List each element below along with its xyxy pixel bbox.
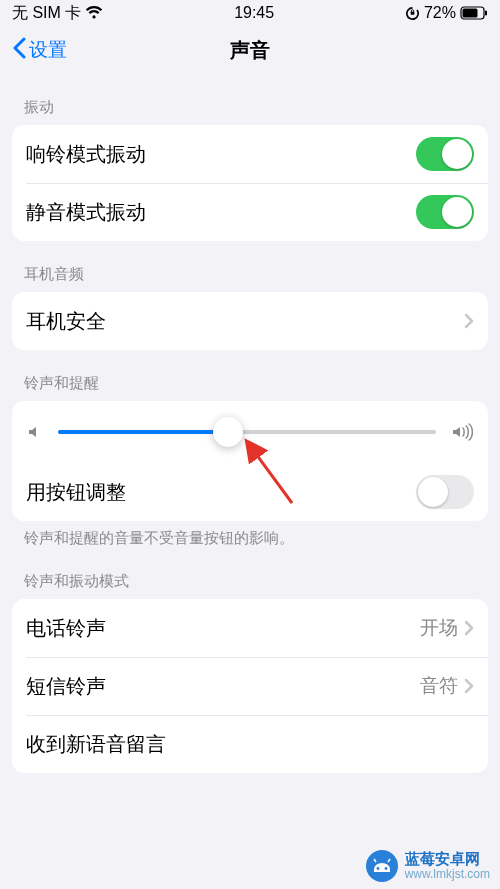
section-footer-ringer: 铃声和提醒的音量不受音量按钮的影响。 bbox=[12, 521, 488, 548]
orientation-lock-icon bbox=[405, 6, 420, 21]
slider-thumb[interactable] bbox=[213, 417, 243, 447]
battery-icon bbox=[460, 6, 488, 20]
status-bar: 无 SIM 卡 19:45 72% bbox=[0, 0, 500, 26]
svg-rect-2 bbox=[462, 9, 477, 18]
nav-back-button[interactable]: 设置 bbox=[12, 37, 67, 64]
volume-min-icon bbox=[26, 423, 44, 441]
row-new-voicemail[interactable]: 收到新语音留言 bbox=[12, 715, 488, 773]
row-headphone-safety[interactable]: 耳机安全 bbox=[12, 292, 488, 350]
switch-vibrate-on-ring[interactable] bbox=[416, 137, 474, 171]
chevron-right-icon bbox=[464, 313, 474, 329]
row-ringtone[interactable]: 电话铃声 开场 bbox=[12, 599, 488, 657]
group-sound-patterns: 电话铃声 开场 短信铃声 音符 收到新语音留言 bbox=[12, 599, 488, 773]
row-label: 收到新语音留言 bbox=[26, 731, 166, 758]
switch-change-with-buttons[interactable] bbox=[416, 475, 474, 509]
row-text-tone[interactable]: 短信铃声 音符 bbox=[12, 657, 488, 715]
chevron-left-icon bbox=[12, 37, 27, 64]
watermark-logo-icon bbox=[365, 849, 399, 883]
volume-max-icon bbox=[450, 423, 474, 441]
row-value: 音符 bbox=[420, 673, 458, 699]
row-label: 短信铃声 bbox=[26, 673, 106, 700]
row-value: 开场 bbox=[420, 615, 458, 641]
section-header-sound-patterns: 铃声和振动模式 bbox=[12, 548, 488, 599]
chevron-right-icon bbox=[464, 620, 474, 636]
sim-status: 无 SIM 卡 bbox=[12, 3, 81, 24]
svg-rect-3 bbox=[485, 11, 487, 16]
row-label: 用按钮调整 bbox=[26, 479, 126, 506]
row-label: 静音模式振动 bbox=[26, 199, 146, 226]
wifi-icon bbox=[85, 6, 103, 20]
content: 振动 响铃模式振动 静音模式振动 耳机音频 耳机安全 铃声和提醒 bbox=[0, 74, 500, 773]
row-ringer-volume bbox=[12, 401, 488, 463]
row-label: 响铃模式振动 bbox=[26, 141, 146, 168]
nav-back-label: 设置 bbox=[29, 37, 67, 63]
row-change-with-buttons[interactable]: 用按钮调整 bbox=[12, 463, 488, 521]
watermark: 蓝莓安卓网 www.lmkjst.com bbox=[365, 849, 490, 883]
section-header-vibration: 振动 bbox=[12, 74, 488, 125]
slider-fill bbox=[58, 430, 228, 434]
ringer-volume-slider[interactable] bbox=[58, 430, 436, 434]
status-time: 19:45 bbox=[234, 4, 274, 22]
row-vibrate-on-ring[interactable]: 响铃模式振动 bbox=[12, 125, 488, 183]
row-vibrate-on-silent[interactable]: 静音模式振动 bbox=[12, 183, 488, 241]
section-header-headphone: 耳机音频 bbox=[12, 241, 488, 292]
group-vibration: 响铃模式振动 静音模式振动 bbox=[12, 125, 488, 241]
svg-point-6 bbox=[384, 867, 387, 870]
watermark-brand: 蓝莓安卓网 bbox=[405, 851, 490, 868]
battery-percent: 72% bbox=[424, 4, 456, 22]
switch-vibrate-on-silent[interactable] bbox=[416, 195, 474, 229]
page-title: 声音 bbox=[0, 37, 500, 64]
chevron-right-icon bbox=[464, 678, 474, 694]
nav-bar: 设置 声音 bbox=[0, 26, 500, 74]
watermark-url: www.lmkjst.com bbox=[405, 868, 490, 881]
svg-rect-0 bbox=[411, 11, 415, 14]
group-ringer: 用按钮调整 bbox=[12, 401, 488, 521]
row-label: 电话铃声 bbox=[26, 615, 106, 642]
row-label: 耳机安全 bbox=[26, 308, 106, 335]
svg-point-5 bbox=[376, 867, 379, 870]
group-headphone: 耳机安全 bbox=[12, 292, 488, 350]
section-header-ringer: 铃声和提醒 bbox=[12, 350, 488, 401]
